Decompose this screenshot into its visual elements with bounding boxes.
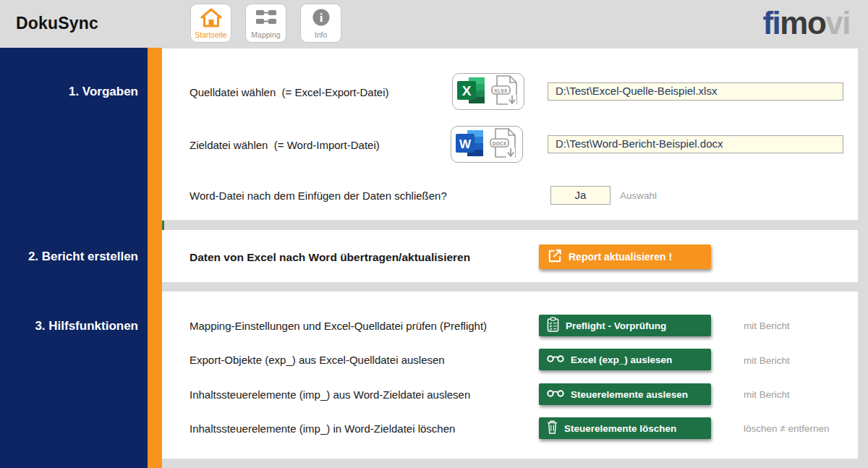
steuerelemente-loeschen-label: Steuerelemente löschen [564,423,676,434]
export-icon [547,248,562,265]
sidebar-section-hilfsfunktionen: 3. Hilfsfunktionen [0,319,148,333]
export-objects-hint: mit Bericht [744,355,790,366]
export-objects-row-label: Export-Objekte (exp_) aus Excel-Quelldat… [190,354,445,366]
mapping-button[interactable]: Mapping [245,4,286,43]
orange-accent-stripe [148,48,162,468]
green-separator-mark [162,221,164,230]
svg-text:i: i [319,11,323,25]
target-path-field[interactable]: D:\Test\Word-Bericht-Beispiel.docx [548,135,843,153]
glasses-icon [547,354,564,365]
logo-part-vi: vi [825,5,850,41]
svg-text:W: W [459,137,471,151]
info-icon: i [312,4,331,30]
delete-controls-row-label: Inhaltssteuerelemente (imp_) in Word-Zie… [190,422,455,435]
steuerelemente-auslesen-label: Steuerelemente auslesen [571,389,688,400]
choose-word-target-button[interactable]: W DOCX [451,126,523,163]
docx-file-icon: DOCX [490,127,519,161]
logo-part-mo: mo [780,5,825,41]
word-logo-icon: W [456,129,485,161]
startseite-label: Startseite [195,30,226,40]
close-word-question-label: Word-Datei nach dem Einfügen der Daten s… [190,190,447,202]
steuerelemente-loeschen-button[interactable]: Steuerelemente löschen [539,417,711,439]
excel-exp-auslesen-label: Excel (exp_) auslesen [571,354,672,365]
toolbar: Startseite Mapping i Info [190,4,341,43]
info-button[interactable]: i Info [300,4,341,43]
logo-part-fi: fi [762,5,780,41]
clipboard-check-icon [547,317,559,334]
read-controls-row-label: Inhaltssteuerelemente (imp_) aus Word-Zi… [190,388,470,401]
target-file-label: Zieldatei wählen (= Word-Import-Datei) [190,139,380,151]
close-word-select[interactable]: Ja [550,186,610,205]
delete-controls-hint: löschen ≠ entfernen [744,423,830,434]
preflight-hint: mit Bericht [744,320,790,331]
source-file-label: Quelldatei wählen (= Excel-Export-Datei) [190,86,389,98]
trash-icon [547,420,558,436]
report-aktualisieren-button[interactable]: Report aktualisieren ! [539,244,711,269]
preflight-row-label: Mapping-Einstellungen und Excel-Quelldat… [190,320,487,332]
excel-exp-auslesen-button[interactable]: Excel (exp_) auslesen [539,349,711,370]
auswahl-hint: Auswahl [620,190,657,201]
excel-logo-icon: X [457,76,486,108]
xlsx-file-icon: XLSX [491,75,520,109]
steuerelemente-auslesen-button[interactable]: Steuerelemente auslesen [539,383,711,405]
sidebar-section-vorgaben: 1. Vorgaben [0,85,148,99]
read-controls-hint: mit Bericht [744,389,790,400]
report-aktualisieren-label: Report aktualisieren ! [569,251,672,263]
mapping-icon [255,4,277,30]
sidebar-section-bericht: 2. Bericht erstellen [0,250,148,264]
transfer-data-label: Daten von Excel nach Word übertragen/akt… [190,251,470,264]
mapping-label: Mapping [251,30,280,40]
glasses-icon [547,389,564,400]
preflight-button-label: Preflight - Vorprüfung [566,320,666,331]
source-path-field[interactable]: D:\Test\Excel-Quelle-Beispiel.xlsx [548,82,843,101]
preflight-button[interactable]: Preflight - Vorprüfung [539,315,711,336]
app-title: DokuSync [16,14,98,33]
fimovi-logo: fimovi [762,6,850,41]
choose-excel-source-button[interactable]: X XLSX [452,73,524,110]
svg-text:DOCX: DOCX [492,141,506,146]
info-label: Info [315,30,328,40]
svg-text:X: X [461,83,471,98]
startseite-button[interactable]: Startseite [190,4,231,43]
svg-text:XLSX: XLSX [494,88,508,93]
home-icon [200,4,222,30]
